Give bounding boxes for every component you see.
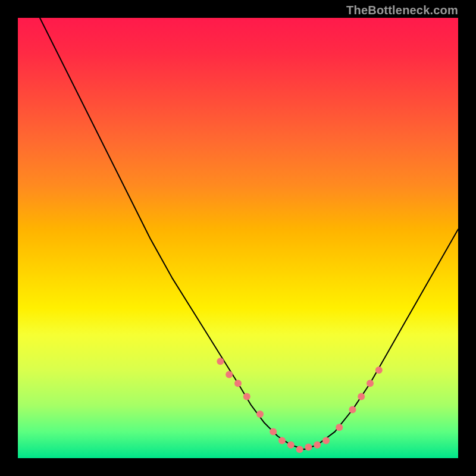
svg-point-13 — [349, 406, 356, 414]
svg-point-11 — [322, 437, 330, 444]
svg-point-2 — [234, 380, 242, 387]
curve-markers — [217, 358, 382, 453]
svg-point-16 — [375, 367, 383, 374]
watermark-text: TheBottleneck.com — [346, 4, 458, 17]
svg-point-14 — [358, 393, 365, 400]
svg-point-4 — [256, 411, 264, 418]
svg-point-3 — [243, 393, 250, 400]
svg-point-0 — [217, 358, 224, 365]
svg-point-12 — [336, 424, 343, 431]
svg-point-1 — [226, 371, 233, 378]
svg-point-10 — [314, 441, 321, 449]
plot-area — [18, 18, 458, 458]
svg-point-5 — [270, 428, 277, 436]
svg-point-7 — [287, 441, 295, 449]
svg-point-6 — [278, 437, 286, 444]
curve-line — [40, 18, 458, 449]
svg-point-15 — [367, 380, 374, 387]
svg-point-9 — [305, 444, 312, 451]
svg-point-8 — [296, 446, 303, 453]
chart-svg — [18, 18, 458, 458]
chart-stage: TheBottleneck.com — [0, 0, 476, 476]
